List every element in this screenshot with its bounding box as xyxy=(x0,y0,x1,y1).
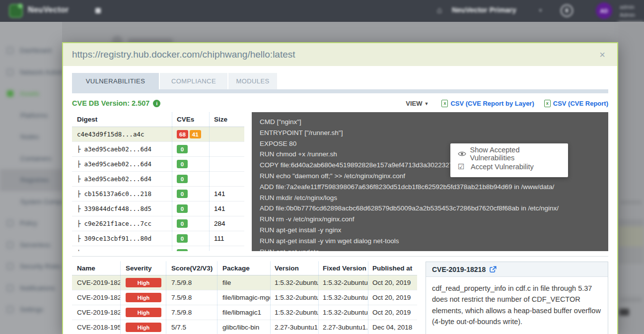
layer-tree-marker: ├ xyxy=(77,220,81,227)
checkbox-check-icon: ☑ xyxy=(458,162,471,171)
external-link-icon[interactable] xyxy=(490,266,497,273)
vulnerabilities-table-header: Name Severity Score(V2/V3) Package Versi… xyxy=(72,262,417,275)
serverless-icon xyxy=(7,242,13,248)
cve-db-version: CVE DB Version: 2.507 i xyxy=(72,99,160,107)
table-row[interactable]: ├a3ed95caeb02...6d4 0 xyxy=(72,172,244,187)
cve-detail-description: cdf_read_property_info in cdf.c in file … xyxy=(426,277,608,334)
table-row[interactable]: CVE-2019-18218 High 7.5/9.8 file 1:5.32-… xyxy=(72,275,417,290)
view-dropdown-menu: Show Accepted Vulnerabilities ☑ Accept V… xyxy=(450,143,568,177)
neuvector-logo-icon xyxy=(9,4,23,18)
close-icon[interactable]: × xyxy=(596,50,608,60)
sidebar-item-security-risks[interactable]: Security Risks xyxy=(0,256,62,277)
table-row[interactable]: CVE-2019-18218 High 7.5/9.8 file/libmagi… xyxy=(72,290,417,305)
table-row[interactable]: ├a3ed95caeb02...6d4 0 xyxy=(72,157,244,172)
layer-tree-marker: ├ xyxy=(77,145,81,153)
modal-title: https://registry.hub.docker.com/chiphwan… xyxy=(72,49,596,60)
dashboard-icon xyxy=(7,47,13,54)
layers-table-header: Digest CVEs Size xyxy=(72,112,244,127)
table-row[interactable]: ├cb156137a6c0...218 0 141 xyxy=(72,187,244,201)
brand-name: NeuVector xyxy=(28,5,69,14)
csv-report-by-layer-link[interactable]: x CSV (CVE Report by Layer) xyxy=(441,100,534,107)
cve-count-badge: 0 xyxy=(177,219,188,228)
dockerfile-commands-panel: CMD ["nginx"] ENTRYPOINT ["/runner.sh"] … xyxy=(252,112,608,251)
user-info: admin Admin xyxy=(620,3,644,19)
network-icon xyxy=(7,69,13,75)
cve-count-badge: 0 xyxy=(177,234,188,243)
sidebar-item-serverless[interactable]: Serverless xyxy=(0,234,62,256)
tab-compliance[interactable]: COMPLIANCE xyxy=(160,73,227,89)
policy-icon xyxy=(7,220,13,226)
sidebar-pin-icon[interactable] xyxy=(95,8,101,13)
chevron-down-icon: ▼ xyxy=(425,101,429,106)
excel-file-icon: x xyxy=(544,100,551,107)
view-dropdown-button[interactable]: VIEW▼ xyxy=(406,100,429,107)
cve-count-badge: 0 xyxy=(177,160,188,168)
tab-strip xyxy=(72,89,608,93)
sidebar-item-system-components[interactable]: System Components xyxy=(0,191,62,213)
settings-icon xyxy=(7,306,13,313)
page-background xyxy=(62,22,644,44)
tab-vulnerabilities[interactable]: VULNERABILITIES xyxy=(72,73,159,89)
sidebar-item-notifications[interactable]: Notifications xyxy=(0,277,62,299)
table-row[interactable]: ├a3ed95caeb02...6d4 0 xyxy=(72,142,244,157)
severity-badge: High xyxy=(126,308,161,317)
sidebar-item-platforms[interactable]: Platforms xyxy=(0,105,62,127)
severity-badge: High xyxy=(126,293,161,302)
menu-item-show-accepted-vulnerabilities[interactable]: Show Accepted Vulnerabilities xyxy=(450,147,568,160)
sidebar-item-settings[interactable]: Settings xyxy=(0,299,62,321)
csv-report-link[interactable]: x CSV (CVE Report) xyxy=(544,100,608,107)
user-avatar[interactable]: AD xyxy=(596,2,612,19)
user-name: admin xyxy=(620,3,644,11)
cve-count-badge: 0 xyxy=(177,249,188,251)
layer-tree-marker: ├ xyxy=(77,250,81,251)
table-row[interactable]: ├c9e2621f1ace...7cc 0 284 xyxy=(72,216,244,231)
cve-count-badge: 0 xyxy=(177,204,188,213)
medium-count-badge: 41 xyxy=(190,130,201,138)
table-row[interactable]: c4e43d9f15d8...a4c 6841 xyxy=(72,127,244,142)
tab-modules[interactable]: MODULES xyxy=(228,73,277,89)
layer-tree-marker: ├ xyxy=(77,205,81,212)
menu-item-accept-vulnerability[interactable]: ☑ Accept Vulnerability xyxy=(450,160,568,173)
table-row[interactable]: CVE-2018-19591 High 5/7.5 glibc/libc-bin… xyxy=(72,320,417,334)
table-row[interactable]: ├ 0 xyxy=(72,246,244,251)
layer-tree-marker: ├ xyxy=(77,190,81,198)
layer-tree-marker: ├ xyxy=(77,175,81,183)
layers-table: Digest CVEs Size c4e43d9f15d8...a4c 6841… xyxy=(72,112,244,251)
top-navbar: NeuVector ⌂ NeuVector Primary ▾ AD admin… xyxy=(0,0,644,22)
sidebar-item-containers[interactable]: Containers xyxy=(0,148,62,170)
notifications-icon xyxy=(7,285,13,291)
assets-icon xyxy=(7,90,13,97)
modal-header: https://registry.hub.docker.com/chiphwan… xyxy=(63,43,617,66)
cluster-icon: ⌂ xyxy=(437,5,442,15)
sidebar-item-dashboard[interactable]: Dashboard xyxy=(0,40,62,62)
table-row[interactable]: ├309ce13cbf91...80d 0 111 xyxy=(72,231,244,246)
cluster-caret-icon[interactable]: ▾ xyxy=(539,7,542,13)
sidebar-item-policy[interactable]: Policy xyxy=(0,212,62,234)
excel-file-icon: x xyxy=(441,100,448,107)
tab-bar: VULNERABILITIES COMPLIANCE MODULES xyxy=(72,73,608,89)
image-scan-modal: https://registry.hub.docker.com/chiphwan… xyxy=(62,42,618,334)
cve-count-badge: 0 xyxy=(177,145,188,153)
table-row[interactable]: ├339844dcf448...8d5 0 141 xyxy=(72,201,244,216)
layer-tree-marker: ├ xyxy=(77,160,81,168)
sidebar-item-registries[interactable]: Registries xyxy=(0,169,62,191)
vulnerabilities-table: Name Severity Score(V2/V3) Package Versi… xyxy=(72,262,417,334)
notifications-bell-icon[interactable] xyxy=(561,4,573,17)
user-role: Admin xyxy=(620,11,644,19)
cluster-selector[interactable]: NeuVector Primary xyxy=(452,6,516,14)
security-risks-icon xyxy=(7,263,13,269)
sidebar-item-network-activity[interactable]: Network Activity xyxy=(0,62,62,83)
cve-detail-panel: CVE-2019-18218 cdf_read_property_info in… xyxy=(426,262,608,334)
table-row[interactable]: CVE-2019-18218 High 7.5/9.8 file/libmagi… xyxy=(72,305,417,320)
high-count-badge: 68 xyxy=(177,130,188,138)
info-icon[interactable]: i xyxy=(153,100,160,107)
severity-badge: High xyxy=(126,278,161,287)
cve-count-badge: 0 xyxy=(177,190,188,198)
sidebar-item-assets[interactable]: Assets xyxy=(0,83,62,105)
section-divider xyxy=(72,256,608,257)
eye-icon xyxy=(458,151,470,157)
page-background-right xyxy=(618,22,644,334)
sidebar-item-nodes[interactable]: Nodes xyxy=(0,126,62,148)
cve-detail-id: CVE-2019-18218 xyxy=(432,266,486,273)
severity-badge: High xyxy=(126,323,161,332)
